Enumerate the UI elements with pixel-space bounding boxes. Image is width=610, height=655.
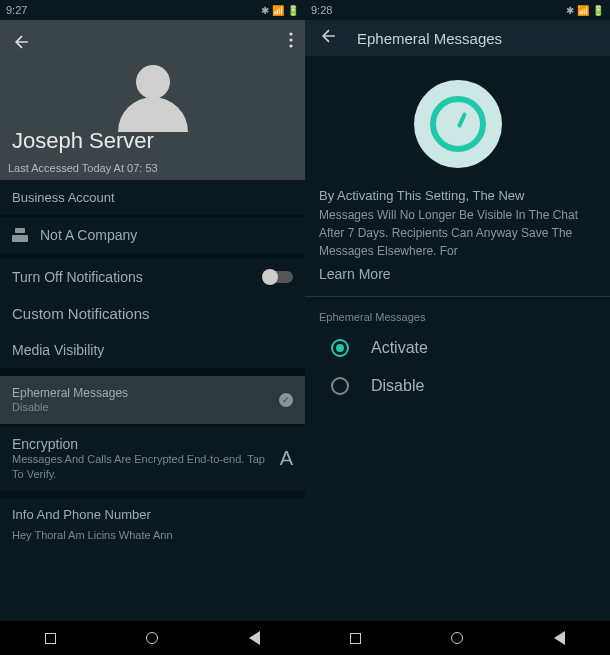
svg-point-1 <box>289 38 292 41</box>
profile-header: Joseph Server Last Accessed Today At 07:… <box>0 20 305 180</box>
nav-back-icon[interactable] <box>249 631 260 645</box>
nav-back-icon[interactable] <box>554 631 565 645</box>
menu-dots-icon[interactable] <box>289 32 293 56</box>
custom-notif-label: Custom Notifications <box>12 305 293 322</box>
info-line: Hey Thoral Am Licins Whate Ann <box>12 528 293 542</box>
nav-bar <box>0 621 305 655</box>
encryption-desc: Messages And Calls Are Encrypted End-to-… <box>12 452 270 481</box>
radio-group-label: Ephemeral Messages <box>305 305 610 329</box>
lock-icon: A <box>280 447 293 470</box>
company-text: Not A Company <box>40 227 293 243</box>
company-row[interactable]: Not A Company <box>0 217 305 259</box>
svg-point-2 <box>289 44 292 47</box>
nav-recents-icon[interactable] <box>350 633 361 644</box>
radio-activate-label: Activate <box>371 339 428 357</box>
contact-info-screen: 9:27 ✱ 📶 🔋 Joseph Server Last Accessed T… <box>0 0 305 655</box>
contact-name: Joseph Server <box>12 128 154 154</box>
radio-activate[interactable]: Activate <box>305 329 610 367</box>
status-time: 9:27 <box>6 4 27 16</box>
radio-on-icon[interactable] <box>331 339 349 357</box>
avatar-icon <box>118 65 188 132</box>
nav-recents-icon[interactable] <box>45 633 56 644</box>
info-label: Info And Phone Number <box>12 507 293 522</box>
nav-bar <box>305 621 610 655</box>
media-visibility-row[interactable]: Media Visibility <box>0 332 305 376</box>
ephemeral-row[interactable]: Ephemeral Messages Disable ✓ <box>0 376 305 426</box>
business-section: Business Account <box>0 180 305 217</box>
encryption-title: Encryption <box>12 436 270 452</box>
svg-point-0 <box>289 32 292 35</box>
status-time: 9:28 <box>311 4 332 16</box>
status-icons: ✱ 📶 🔋 <box>261 5 299 16</box>
divider <box>305 296 610 297</box>
radio-off-icon[interactable] <box>331 377 349 395</box>
learn-more-link[interactable]: Learn More <box>305 260 610 296</box>
business-label: Business Account <box>12 190 293 205</box>
ephemeral-state: Disable <box>12 400 279 414</box>
radio-disable[interactable]: Disable <box>305 367 610 405</box>
encryption-row[interactable]: Encryption Messages And Calls Are Encryp… <box>0 426 305 499</box>
media-vis-label: Media Visibility <box>12 342 293 358</box>
back-arrow-icon[interactable] <box>319 26 339 50</box>
last-accessed: Last Accessed Today At 07: 53 <box>8 162 158 174</box>
desc-strong: By Activating This Setting, The New <box>319 188 524 203</box>
description: By Activating This Setting, The New Mess… <box>305 186 610 260</box>
notifications-label: Turn Off Notifications <box>12 269 263 285</box>
status-icons: ✱ 📶 🔋 <box>566 5 604 16</box>
company-icon <box>12 228 28 242</box>
nav-home-icon[interactable] <box>146 632 158 644</box>
timer-check-icon: ✓ <box>279 393 293 407</box>
desc-body: Messages Will No Longer Be Visible In Th… <box>319 208 578 258</box>
back-arrow-icon[interactable] <box>12 32 32 56</box>
status-bar: 9:27 ✱ 📶 🔋 <box>0 0 305 20</box>
nav-home-icon[interactable] <box>451 632 463 644</box>
notifications-toggle-row[interactable]: Turn Off Notifications <box>0 259 305 295</box>
radio-disable-label: Disable <box>371 377 424 395</box>
ephemeral-settings-screen: 9:28 ✱ 📶 🔋 Ephemeral Messages By Activat… <box>305 0 610 655</box>
page-header: Ephemeral Messages <box>305 20 610 56</box>
status-bar: 9:28 ✱ 📶 🔋 <box>305 0 610 20</box>
ephemeral-title: Ephemeral Messages <box>12 386 279 400</box>
page-title: Ephemeral Messages <box>357 30 502 47</box>
timer-illustration-icon <box>414 80 502 168</box>
toggle-switch[interactable] <box>263 271 293 283</box>
custom-notifications-row[interactable]: Custom Notifications <box>0 295 305 332</box>
